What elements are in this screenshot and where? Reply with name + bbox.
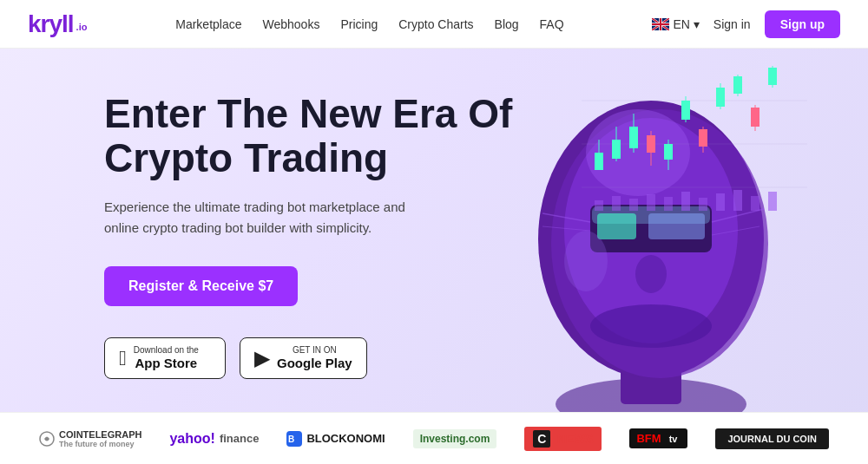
svg-rect-34 bbox=[699, 129, 707, 147]
nav-links: Marketplace Webhooks Pricing Crypto Char… bbox=[175, 17, 563, 31]
appstore-label-small: Download on the bbox=[134, 345, 199, 356]
press-journal: JOURNAL DU COIN bbox=[715, 428, 828, 449]
svg-rect-40 bbox=[751, 108, 760, 127]
nav-pricing[interactable]: Pricing bbox=[340, 17, 378, 31]
appstore-text: Download on the App Store bbox=[134, 345, 199, 371]
signin-button[interactable]: Sign in bbox=[713, 17, 751, 31]
svg-rect-46 bbox=[647, 194, 655, 211]
language-selector[interactable]: EN ▾ bbox=[652, 17, 699, 31]
hero-content: Enter The New Era Of Crypto Trading Expe… bbox=[104, 83, 521, 379]
googleplay-button[interactable]: ▶ GET IN ON Google Play bbox=[240, 337, 367, 379]
hero-section: Enter The New Era Of Crypto Trading Expe… bbox=[0, 49, 868, 464]
press-investing: Investing.com bbox=[413, 429, 497, 448]
appstore-label-big: App Store bbox=[134, 356, 199, 371]
svg-rect-36 bbox=[716, 88, 725, 107]
press-blockonomi: B BLOCKONOMI bbox=[286, 431, 385, 447]
svg-rect-24 bbox=[612, 140, 621, 159]
nav-actions: EN ▾ Sign in Sign up bbox=[652, 10, 840, 38]
press-yahoo: yahoo! finance bbox=[169, 431, 259, 447]
hero-subtitle: Experience the ultimate trading bot mark… bbox=[104, 197, 408, 239]
nav-marketplace[interactable]: Marketplace bbox=[175, 17, 241, 31]
svg-rect-42 bbox=[768, 68, 777, 85]
svg-point-12 bbox=[590, 304, 712, 348]
svg-rect-51 bbox=[733, 190, 742, 211]
store-buttons:  Download on the App Store ▶ GET IN ON … bbox=[104, 337, 521, 379]
svg-rect-28 bbox=[647, 135, 655, 153]
svg-rect-32 bbox=[681, 101, 690, 120]
svg-rect-44 bbox=[612, 196, 621, 211]
nav-webhooks[interactable]: Webhooks bbox=[263, 17, 320, 31]
svg-point-11 bbox=[635, 255, 667, 293]
svg-rect-52 bbox=[751, 196, 760, 211]
svg-rect-38 bbox=[733, 76, 742, 94]
blockonomi-icon: B bbox=[286, 431, 302, 447]
press-section: COINTELEGRAPH The future of money yahoo!… bbox=[0, 412, 868, 464]
press-bfmtv: BFM tv bbox=[629, 428, 687, 448]
svg-rect-53 bbox=[768, 192, 777, 211]
register-button[interactable]: Register & Receive $7 bbox=[104, 266, 298, 306]
lang-label: EN bbox=[673, 17, 689, 31]
flag-icon bbox=[652, 18, 669, 30]
navbar: kryll .io Marketplace Webhooks Pricing C… bbox=[0, 0, 868, 49]
cointelegraph-icon bbox=[39, 431, 55, 447]
chart-decoration bbox=[582, 57, 807, 231]
logo-text: kryll bbox=[28, 10, 74, 38]
svg-rect-47 bbox=[664, 197, 673, 211]
press-cnews: C NEWS bbox=[524, 427, 602, 451]
nav-blog[interactable]: Blog bbox=[495, 17, 519, 31]
svg-rect-45 bbox=[629, 199, 638, 211]
svg-point-17 bbox=[564, 231, 608, 291]
signup-button[interactable]: Sign up bbox=[765, 10, 840, 38]
googleplay-label-small: GET IN ON bbox=[277, 345, 352, 356]
press-cointelegraph: COINTELEGRAPH The future of money bbox=[39, 429, 141, 448]
chevron-down-icon: ▾ bbox=[694, 17, 700, 31]
logo-suffix: .io bbox=[76, 22, 88, 32]
svg-rect-22 bbox=[595, 153, 603, 170]
play-icon: ▶ bbox=[254, 346, 270, 370]
svg-text:B: B bbox=[288, 435, 294, 444]
googleplay-label-big: Google Play bbox=[277, 356, 352, 371]
googleplay-text: GET IN ON Google Play bbox=[277, 345, 352, 371]
svg-rect-49 bbox=[699, 198, 707, 211]
nav-crypto-charts[interactable]: Crypto Charts bbox=[398, 17, 473, 31]
svg-rect-50 bbox=[716, 193, 725, 211]
nav-faq[interactable]: FAQ bbox=[540, 17, 564, 31]
svg-rect-48 bbox=[681, 192, 690, 211]
logo[interactable]: kryll .io bbox=[28, 10, 87, 38]
apple-icon:  bbox=[119, 346, 127, 370]
appstore-button[interactable]:  Download on the App Store bbox=[104, 337, 226, 379]
hero-title: Enter The New Era Of Crypto Trading bbox=[104, 92, 521, 180]
svg-rect-26 bbox=[629, 127, 638, 148]
svg-rect-30 bbox=[664, 144, 673, 160]
svg-rect-43 bbox=[595, 200, 603, 211]
